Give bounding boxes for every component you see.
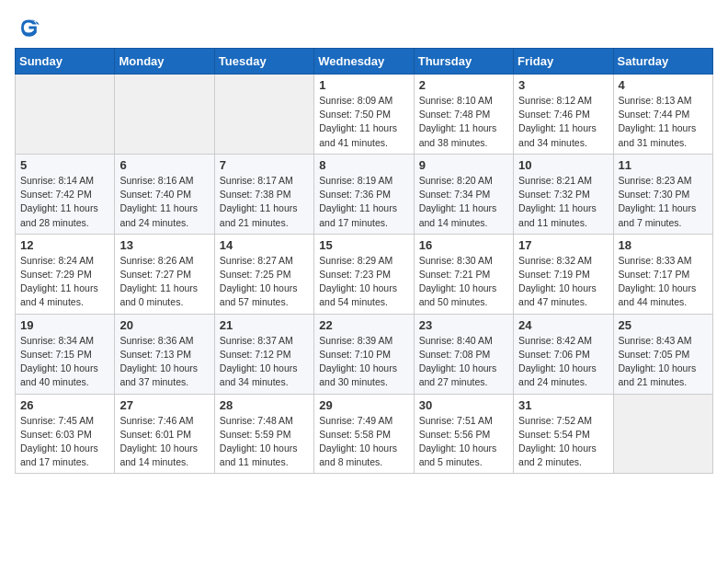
day-number: 26 xyxy=(20,398,109,412)
calendar-cell xyxy=(115,75,214,155)
day-info: Sunrise: 8:39 AM Sunset: 7:10 PM Dayligh… xyxy=(319,334,408,390)
logo xyxy=(15,15,44,40)
day-info: Sunrise: 8:24 AM Sunset: 7:29 PM Dayligh… xyxy=(20,254,109,310)
day-number: 30 xyxy=(419,398,508,412)
calendar-cell: 18Sunrise: 8:33 AM Sunset: 7:17 PM Dayli… xyxy=(613,234,712,314)
day-number: 23 xyxy=(419,318,508,332)
day-info: Sunrise: 8:13 AM Sunset: 7:44 PM Dayligh… xyxy=(619,94,708,150)
weekday-header-monday: Monday xyxy=(115,49,214,75)
weekday-header-row: SundayMondayTuesdayWednesdayThursdayFrid… xyxy=(16,49,713,75)
calendar-cell: 9Sunrise: 8:20 AM Sunset: 7:34 PM Daylig… xyxy=(414,154,513,234)
calendar-cell: 10Sunrise: 8:21 AM Sunset: 7:32 PM Dayli… xyxy=(514,154,613,234)
day-info: Sunrise: 8:17 AM Sunset: 7:38 PM Dayligh… xyxy=(220,174,309,230)
page-header xyxy=(15,15,713,40)
calendar-week-row: 26Sunrise: 7:45 AM Sunset: 6:03 PM Dayli… xyxy=(16,394,713,474)
calendar-week-row: 5Sunrise: 8:14 AM Sunset: 7:42 PM Daylig… xyxy=(16,154,713,234)
day-info: Sunrise: 8:10 AM Sunset: 7:48 PM Dayligh… xyxy=(419,94,508,150)
calendar-cell: 25Sunrise: 8:43 AM Sunset: 7:05 PM Dayli… xyxy=(613,314,712,394)
day-number: 5 xyxy=(20,158,109,172)
calendar-cell: 27Sunrise: 7:46 AM Sunset: 6:01 PM Dayli… xyxy=(115,394,214,474)
day-number: 25 xyxy=(619,318,708,332)
calendar-cell: 11Sunrise: 8:23 AM Sunset: 7:30 PM Dayli… xyxy=(613,154,712,234)
day-number: 8 xyxy=(319,158,408,172)
day-number: 27 xyxy=(119,398,209,412)
day-info: Sunrise: 8:14 AM Sunset: 7:42 PM Dayligh… xyxy=(20,174,109,230)
day-number: 6 xyxy=(119,158,209,172)
day-number: 18 xyxy=(619,238,708,252)
day-number: 14 xyxy=(220,238,309,252)
day-info: Sunrise: 8:30 AM Sunset: 7:21 PM Dayligh… xyxy=(419,254,508,310)
calendar-cell: 15Sunrise: 8:29 AM Sunset: 7:23 PM Dayli… xyxy=(314,234,414,314)
day-number: 29 xyxy=(319,398,408,412)
day-number: 24 xyxy=(518,318,608,332)
day-number: 31 xyxy=(518,398,608,412)
day-number: 1 xyxy=(319,78,408,92)
day-info: Sunrise: 8:33 AM Sunset: 7:17 PM Dayligh… xyxy=(619,254,708,310)
day-info: Sunrise: 8:43 AM Sunset: 7:05 PM Dayligh… xyxy=(619,334,708,390)
calendar-cell: 20Sunrise: 8:36 AM Sunset: 7:13 PM Dayli… xyxy=(115,314,214,394)
calendar-cell: 21Sunrise: 8:37 AM Sunset: 7:12 PM Dayli… xyxy=(214,314,313,394)
calendar-cell: 1Sunrise: 8:09 AM Sunset: 7:50 PM Daylig… xyxy=(314,75,414,155)
day-info: Sunrise: 8:12 AM Sunset: 7:46 PM Dayligh… xyxy=(518,94,608,150)
day-info: Sunrise: 8:27 AM Sunset: 7:25 PM Dayligh… xyxy=(220,254,309,310)
calendar-cell: 19Sunrise: 8:34 AM Sunset: 7:15 PM Dayli… xyxy=(16,314,115,394)
calendar-cell: 30Sunrise: 7:51 AM Sunset: 5:56 PM Dayli… xyxy=(414,394,513,474)
day-number: 22 xyxy=(319,318,408,332)
calendar-cell: 2Sunrise: 8:10 AM Sunset: 7:48 PM Daylig… xyxy=(414,75,513,155)
day-info: Sunrise: 8:34 AM Sunset: 7:15 PM Dayligh… xyxy=(20,334,109,390)
day-info: Sunrise: 8:16 AM Sunset: 7:40 PM Dayligh… xyxy=(119,174,209,230)
weekday-header-sunday: Sunday xyxy=(16,49,115,75)
day-info: Sunrise: 8:20 AM Sunset: 7:34 PM Dayligh… xyxy=(419,174,508,230)
day-info: Sunrise: 7:52 AM Sunset: 5:54 PM Dayligh… xyxy=(518,414,608,470)
calendar-cell: 12Sunrise: 8:24 AM Sunset: 7:29 PM Dayli… xyxy=(16,234,115,314)
calendar-week-row: 19Sunrise: 8:34 AM Sunset: 7:15 PM Dayli… xyxy=(16,314,713,394)
calendar-cell: 17Sunrise: 8:32 AM Sunset: 7:19 PM Dayli… xyxy=(514,234,613,314)
calendar-cell: 8Sunrise: 8:19 AM Sunset: 7:36 PM Daylig… xyxy=(314,154,414,234)
day-info: Sunrise: 8:42 AM Sunset: 7:06 PM Dayligh… xyxy=(518,334,608,390)
day-number: 20 xyxy=(119,318,209,332)
calendar-cell: 7Sunrise: 8:17 AM Sunset: 7:38 PM Daylig… xyxy=(214,154,313,234)
day-number: 12 xyxy=(20,238,109,252)
day-number: 11 xyxy=(619,158,708,172)
calendar-cell xyxy=(214,75,313,155)
calendar-week-row: 1Sunrise: 8:09 AM Sunset: 7:50 PM Daylig… xyxy=(16,75,713,155)
day-info: Sunrise: 8:26 AM Sunset: 7:27 PM Dayligh… xyxy=(119,254,209,310)
calendar-cell xyxy=(613,394,712,474)
calendar-cell: 16Sunrise: 8:30 AM Sunset: 7:21 PM Dayli… xyxy=(414,234,513,314)
day-info: Sunrise: 7:45 AM Sunset: 6:03 PM Dayligh… xyxy=(20,414,109,470)
calendar-cell: 13Sunrise: 8:26 AM Sunset: 7:27 PM Dayli… xyxy=(115,234,214,314)
weekday-header-tuesday: Tuesday xyxy=(214,49,313,75)
calendar-cell: 23Sunrise: 8:40 AM Sunset: 7:08 PM Dayli… xyxy=(414,314,513,394)
day-info: Sunrise: 8:09 AM Sunset: 7:50 PM Dayligh… xyxy=(319,94,408,150)
calendar-week-row: 12Sunrise: 8:24 AM Sunset: 7:29 PM Dayli… xyxy=(16,234,713,314)
day-info: Sunrise: 8:36 AM Sunset: 7:13 PM Dayligh… xyxy=(119,334,209,390)
day-info: Sunrise: 7:49 AM Sunset: 5:58 PM Dayligh… xyxy=(319,414,408,470)
day-number: 15 xyxy=(319,238,408,252)
day-number: 21 xyxy=(220,318,309,332)
day-info: Sunrise: 8:23 AM Sunset: 7:30 PM Dayligh… xyxy=(619,174,708,230)
day-number: 3 xyxy=(518,78,608,92)
day-number: 10 xyxy=(518,158,608,172)
day-number: 4 xyxy=(619,78,708,92)
calendar-cell: 31Sunrise: 7:52 AM Sunset: 5:54 PM Dayli… xyxy=(514,394,613,474)
day-number: 17 xyxy=(518,238,608,252)
calendar-cell: 4Sunrise: 8:13 AM Sunset: 7:44 PM Daylig… xyxy=(613,75,712,155)
calendar-cell: 5Sunrise: 8:14 AM Sunset: 7:42 PM Daylig… xyxy=(16,154,115,234)
weekday-header-friday: Friday xyxy=(514,49,613,75)
calendar-cell: 6Sunrise: 8:16 AM Sunset: 7:40 PM Daylig… xyxy=(115,154,214,234)
weekday-header-wednesday: Wednesday xyxy=(314,49,414,75)
day-info: Sunrise: 8:21 AM Sunset: 7:32 PM Dayligh… xyxy=(518,174,608,230)
day-number: 16 xyxy=(419,238,508,252)
calendar-cell xyxy=(16,75,115,155)
day-number: 19 xyxy=(20,318,109,332)
calendar-cell: 29Sunrise: 7:49 AM Sunset: 5:58 PM Dayli… xyxy=(314,394,414,474)
day-number: 7 xyxy=(220,158,309,172)
day-number: 13 xyxy=(119,238,209,252)
calendar-table: SundayMondayTuesdayWednesdayThursdayFrid… xyxy=(15,48,713,474)
day-info: Sunrise: 8:40 AM Sunset: 7:08 PM Dayligh… xyxy=(419,334,508,390)
weekday-header-saturday: Saturday xyxy=(613,49,712,75)
calendar-cell: 24Sunrise: 8:42 AM Sunset: 7:06 PM Dayli… xyxy=(514,314,613,394)
calendar-cell: 26Sunrise: 7:45 AM Sunset: 6:03 PM Dayli… xyxy=(16,394,115,474)
day-info: Sunrise: 8:29 AM Sunset: 7:23 PM Dayligh… xyxy=(319,254,408,310)
day-info: Sunrise: 7:48 AM Sunset: 5:59 PM Dayligh… xyxy=(220,414,309,470)
